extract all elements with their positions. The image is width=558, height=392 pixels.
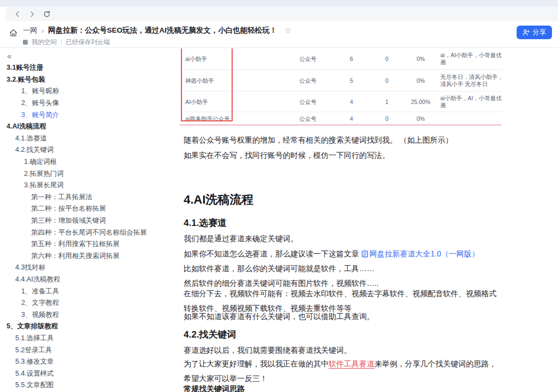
sidebar-item[interactable]: 第二种：按平台名称拓展 — [0, 203, 180, 215]
table-cell: 0 — [376, 77, 398, 84]
table-row: AI小助手公众号4125.00%ai小助手，AI，小哥最优惠 — [184, 91, 502, 112]
paragraph: 如果不知道该赛道有什么关键词，也可以借助工具查询。 — [184, 309, 502, 324]
sidebar-item[interactable]: 3、账号简介 — [0, 109, 180, 121]
table-cell: 4 — [341, 115, 362, 122]
red-highlight-text[interactable]: 软件工具赛道 — [329, 359, 374, 368]
table-cell: 5 — [341, 77, 362, 84]
sidebar-item[interactable]: 1、账号昵称 — [0, 85, 180, 97]
paragraph-with-link: 如果你不知道怎么选赛道，那么建议读一下这篇文章网盘拉新赛道大全1.0（一网版） — [184, 247, 502, 262]
sidebar-item[interactable]: 2、账号头像 — [0, 97, 180, 109]
table-cell: 6 — [341, 56, 362, 63]
collapse-sidebar-icon[interactable]: « — [7, 51, 11, 60]
sidebar-item[interactable]: 第一种：工具拓展法 — [0, 192, 180, 204]
page-title: 网盘拉新：公众号SEO玩法，通过AI洗稿无脑发文，小白也能轻松玩！ — [48, 26, 277, 35]
table-cell: ai小助手，AI，小哥最优惠 — [440, 95, 505, 109]
doc-link-label: 网盘拉新赛道大全1.0（一网版） — [369, 249, 479, 258]
sidebar-item[interactable]: 4.3找对标 — [0, 262, 180, 274]
paragraph: 比如软件赛道，那么你的关键词可能就是软件，工具…… — [184, 261, 502, 276]
paragraph: 随着公众号账号权重的增加，经常有相关的搜索关键词找到我。 （如上图所示） — [184, 133, 502, 148]
sidebar-item[interactable]: 5、文章排版教程 — [0, 321, 180, 333]
table-cell: 25.00% — [404, 98, 437, 105]
doc-link[interactable]: 网盘拉新赛道大全1.0（一网版） — [359, 249, 479, 258]
table-bottom-annotation — [180, 124, 501, 126]
home-icon[interactable] — [9, 28, 18, 38]
sidebar-item[interactable]: 4.AI洗稿流程 — [0, 121, 180, 133]
table-row: 神器小助手公众号500%无尽冬日，清风小助手，清风小手 无尽冬日 — [184, 70, 502, 91]
sidebar-item[interactable]: 2、文字教程 — [0, 297, 180, 309]
table-cell: 公众号 — [292, 56, 324, 63]
sidebar-item[interactable]: 3.拓展长尾词 — [0, 180, 180, 192]
space-icon — [23, 40, 28, 45]
table-cell: ai商务助手公众号 — [185, 115, 235, 122]
paragraph: 如果实在不会写，找同行账号的时候，模仿一下同行的写法。 — [184, 148, 502, 163]
sidebar-item[interactable]: 3、视频教程 — [0, 309, 180, 321]
sidebar-item[interactable]: 1、准备工具 — [0, 285, 180, 297]
sidebar-item[interactable]: 3.2.账号包装 — [0, 74, 180, 86]
table-cell: 0% — [404, 56, 437, 63]
heading-choose-track: 4.1.选赛道 — [184, 217, 227, 229]
table-cell: 4 — [341, 98, 362, 105]
sidebar-item[interactable]: 2.拓展热门词 — [0, 168, 180, 180]
paragraph: 我们都是通过赛道来确定关键词。 — [184, 231, 502, 246]
refresh-icon[interactable] — [43, 10, 51, 18]
sidebar-item[interactable]: 第五种：利用搜索下拉框拓展 — [0, 238, 180, 250]
table-cell: 无尽冬日，清风小助手，清风小手 无尽冬日 — [440, 74, 505, 88]
sidebar-item[interactable]: 5.4.设置样式 — [0, 367, 180, 379]
table-cell: 公众号 — [292, 77, 324, 84]
paragraph-bold: 常规找关键词思路 — [184, 382, 502, 392]
paragraph-text: 如果你不知道怎么选赛道，那么建议读一下这篇文章 — [184, 249, 359, 258]
sidebar-item[interactable]: 4.4.AI洗稿教程 — [0, 274, 180, 286]
share-icon — [523, 29, 530, 36]
table-row: ai小助手公众号600%ai，AI小助手，小哥最优惠 — [184, 48, 502, 70]
paragraph: 赛道选好以后，我们就需要围绕着赛道找关键词。 — [184, 343, 502, 358]
table-cell: 0 — [376, 115, 398, 122]
table-cell: ai小助手 — [185, 56, 235, 63]
table-cell: 1 — [376, 98, 398, 105]
breadcrumb: 一网 › 网盘拉新：公众号SEO玩法，通过AI洗稿无脑发文，小白也能轻松玩！ ☆ — [23, 24, 292, 36]
share-button-label: 分享 — [532, 28, 546, 37]
sidebar-outline: « 3.1账号注册3.2.账号包装1、账号昵称2、账号头像3、账号简介4.AI洗… — [0, 48, 180, 392]
sidebar-item[interactable]: 5.2登录工具 — [0, 344, 180, 356]
sidebar-item[interactable]: 第六种：利用相关搜索词拓展 — [0, 250, 180, 262]
sidebar-item[interactable]: 5.3.修改文章 — [0, 356, 180, 368]
back-icon[interactable] — [13, 10, 21, 18]
paragraph-text: 为了让大家更好理解，我以我正在做的其中 — [184, 359, 329, 368]
heading-find-keywords: 4.2.找关键词 — [184, 328, 236, 341]
navigation-toolbar — [5, 7, 558, 21]
doc-meta-row: 我的空间 | 已经保存到云端 — [23, 38, 292, 46]
table-cell: 0 — [376, 56, 398, 63]
sidebar-item[interactable]: 4.2.找关键词 — [0, 144, 180, 156]
table-cell: 公众号 — [292, 98, 324, 105]
table-cell: AI小助手 — [185, 98, 235, 105]
star-icon[interactable]: ☆ — [284, 26, 292, 35]
toc-list: 3.1账号注册3.2.账号包装1、账号昵称2、账号头像3、账号简介4.AI洗稿流… — [0, 62, 180, 391]
sidebar-item[interactable]: 3.1账号注册 — [0, 62, 180, 74]
breadcrumb-root[interactable]: 一网 — [23, 26, 37, 35]
heading-ai-wash-flow: 4.AI洗稿流程 — [184, 192, 253, 208]
table-row: ai商务助手公众号公众号400% — [184, 112, 502, 125]
share-button[interactable]: 分享 — [517, 26, 552, 39]
table-cell: 神器小助手 — [185, 77, 235, 84]
space-label[interactable]: 我的空间 — [32, 38, 57, 46]
sidebar-item[interactable]: 4.1.选赛道 — [0, 133, 180, 145]
table-cell: 0% — [404, 77, 437, 84]
document-content: ai小助手公众号600%ai，AI小助手，小哥最优惠神器小助手公众号500%无尽… — [184, 48, 502, 392]
sidebar-item[interactable]: 第四种：平台长尾词不同名称组合拓展 — [0, 226, 180, 238]
sidebar-item[interactable]: 1.确定词根 — [0, 156, 180, 168]
window-top-strip — [0, 0, 558, 7]
stats-table: ai小助手公众号600%ai，AI小助手，小哥最优惠神器小助手公众号500%无尽… — [184, 48, 502, 125]
table-cell: 0% — [404, 115, 437, 122]
sidebar-item[interactable]: 第三种：增加领域关键词 — [0, 215, 180, 227]
forward-icon[interactable] — [28, 10, 36, 18]
meta-divider: | — [60, 39, 62, 45]
table-cell: 公众号 — [292, 115, 324, 122]
document-icon — [361, 248, 368, 262]
table-cell: ai，AI小助手，小哥最优惠 — [440, 52, 505, 66]
sidebar-item[interactable]: 5.1.选择工具 — [0, 333, 180, 345]
sidebar-item[interactable]: 5.5.文章配图 — [0, 379, 180, 391]
document-header: 一网 › 网盘拉新：公众号SEO玩法，通过AI洗稿无脑发文，小白也能轻松玩！ ☆… — [0, 21, 558, 47]
save-status: 已经保存到云端 — [66, 38, 110, 46]
breadcrumb-separator: › — [41, 27, 44, 35]
